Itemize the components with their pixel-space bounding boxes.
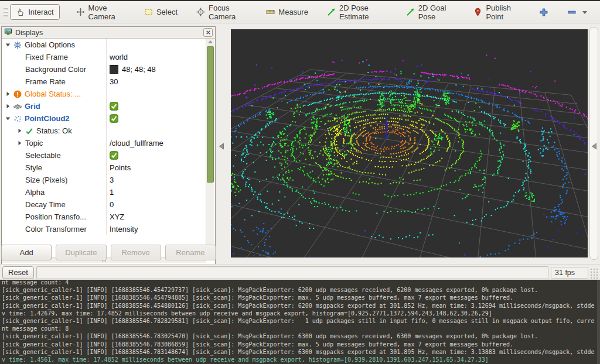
tool-focus-camera-button[interactable]: Focus Camera [190, 0, 253, 25]
expander-open-icon[interactable] [5, 42, 13, 47]
tool-remove-tool-button[interactable] [561, 4, 593, 20]
property-label: Selectable [25, 151, 61, 160]
property-value-cell[interactable]: 48; 48; 48 [106, 63, 206, 75]
tree-row-decay-time[interactable]: Decay Time0 [2, 198, 206, 211]
tree-row-global-status[interactable]: Global Status: ... [2, 88, 206, 100]
expander-open-icon[interactable] [5, 116, 13, 121]
property-value-cell[interactable] [106, 112, 206, 125]
status-message-field [36, 266, 548, 279]
tool-add-tool-button[interactable] [533, 4, 554, 20]
tool-publish-point-button[interactable]: Publish Point [468, 0, 526, 25]
collapse-left-arrow-icon[interactable] [219, 142, 224, 149]
terminal-line: [sick_generic_caller-1] [INFO] [16883855… [0, 302, 600, 310]
toolbar-grip-handle[interactable] [4, 5, 8, 19]
property-value-cell[interactable]: 3 [106, 174, 206, 186]
property-value: 30 [110, 77, 118, 86]
property-value-cell[interactable] [106, 125, 206, 137]
remove-button: Remove [111, 245, 161, 260]
property-value: 48; 48; 48 [122, 65, 156, 74]
tool-label: Move Camera [88, 4, 125, 21]
property-name-cell: Position Transfo... [2, 211, 106, 223]
3d-viewport[interactable] [231, 29, 588, 257]
expander-closed-icon[interactable] [17, 140, 25, 146]
property-value-cell[interactable]: XYZ [106, 211, 206, 223]
tool-2d-goal-pose-button[interactable]: 2D Goal Pose [400, 0, 461, 25]
property-name-cell: Color Transformer [2, 223, 106, 235]
property-value-cell[interactable]: 0 [106, 198, 206, 211]
displays-panel: Displays Global OptionsFixed FrameworldB… [1, 26, 216, 265]
property-label: Global Options [25, 40, 75, 49]
measure-icon [266, 8, 275, 16]
close-icon[interactable] [203, 28, 213, 37]
tree-row-global-options[interactable]: Global Options [2, 39, 206, 51]
property-label: Alpha [25, 188, 45, 197]
add-button[interactable]: Add [1, 245, 52, 260]
terminal-line: [sick_generic_caller-1] [INFO] [16883855… [0, 332, 600, 340]
collapse-right-arrow-icon[interactable] [591, 142, 597, 149]
fps-indicator: 31 fps [551, 267, 588, 279]
displays-panel-header[interactable]: Displays [2, 27, 215, 39]
tree-row-pointcloud2[interactable]: PointCloud2 [2, 112, 206, 125]
tree-row-grid[interactable]: Grid [2, 100, 206, 112]
tree-row-alpha[interactable]: Alpha1 [2, 186, 206, 198]
tree-row-color-transformer[interactable]: Color TransformerIntensity [2, 223, 206, 235]
tool-2d-pose-estimate-button[interactable]: 2D Pose Estimate [321, 0, 393, 25]
property-label: Topic [25, 139, 43, 147]
terminal-lines: nt message count: 4[sick_generic_caller-… [0, 280, 600, 363]
property-value-cell[interactable]: 1 [106, 186, 206, 198]
property-value-cell[interactable] [106, 88, 206, 100]
main-toolbar: InteractMove CameraSelectFocus CameraMea… [0, 0, 600, 23]
property-name-cell: Fixed Frame [2, 51, 106, 63]
check-icon [25, 127, 36, 135]
terminal-line: v time: 1.42679, max time: 17.4852 milli… [0, 310, 600, 317]
chevron-down-icon[interactable] [582, 11, 587, 14]
tool-label: Select [156, 8, 178, 16]
checkbox-checked-icon[interactable] [110, 151, 118, 160]
property-name-cell: Background Color [2, 63, 106, 75]
tool-select-button[interactable]: Select [138, 4, 183, 20]
scrollbar-thumb[interactable] [207, 46, 214, 183]
expander-closed-icon[interactable] [17, 128, 25, 133]
tool-interact-button[interactable]: Interact [10, 4, 59, 20]
property-value-cell[interactable] [106, 100, 206, 112]
pointcloud-icon [13, 115, 25, 123]
property-value-cell[interactable]: Intensity [106, 223, 206, 235]
property-label: Size (Pixels) [25, 176, 67, 184]
scroll-up-arrow-icon[interactable] [206, 39, 214, 45]
property-value-cell[interactable] [106, 149, 206, 162]
checkbox-checked-icon[interactable] [110, 114, 118, 123]
tree-row-position-transfo[interactable]: Position Transfo...XYZ [2, 211, 206, 223]
tree-row-fixed-frame[interactable]: Fixed Frameworld [2, 51, 206, 63]
property-value-cell[interactable]: /cloud_fullframe [106, 137, 206, 149]
checkbox-checked-icon[interactable] [110, 102, 118, 111]
property-value-cell[interactable] [106, 39, 206, 51]
terminal-output[interactable]: nt message count: 4[sick_generic_caller-… [0, 280, 600, 364]
property-value-cell[interactable]: world [106, 51, 206, 63]
property-value-cell[interactable]: 30 [106, 75, 206, 88]
property-name-cell: Alpha [2, 186, 106, 198]
reset-button[interactable]: Reset [2, 266, 34, 279]
property-label: Fixed Frame [25, 53, 68, 61]
terminal-scrollbar[interactable] [597, 280, 600, 364]
terminal-line: [sick_generic_caller-1] [INFO] [16883855… [0, 317, 600, 325]
property-value: Points [110, 163, 131, 172]
property-value: /cloud_fullframe [110, 139, 163, 147]
tree-row-size-pixels[interactable]: Size (Pixels)3 [2, 174, 206, 186]
tree-row-topic[interactable]: Topic/cloud_fullframe [2, 137, 206, 149]
tree-row-background-color[interactable]: Background Color48; 48; 48 [2, 63, 206, 75]
tree-row-status-ok[interactable]: Status: Ok [2, 125, 206, 137]
window-resize-grip[interactable] [589, 267, 599, 280]
publish-point-icon [473, 8, 482, 16]
tree-row-selectable[interactable]: Selectable [2, 149, 206, 162]
property-value-cell[interactable]: Points [106, 162, 206, 174]
tool-move-camera-button[interactable]: Move Camera [70, 0, 131, 25]
panel-vertical-scrollbar[interactable] [206, 39, 214, 257]
expander-closed-icon[interactable] [5, 104, 13, 109]
expander-closed-icon[interactable] [5, 91, 13, 97]
tree-row-frame-rate[interactable]: Frame Rate30 [2, 75, 206, 88]
color-swatch [110, 65, 118, 74]
tool-measure-button[interactable]: Measure [260, 4, 314, 20]
property-name-cell: Frame Rate [2, 75, 106, 88]
terminal-line: [sick_generic_caller-1] [INFO] [16883855… [0, 341, 600, 348]
tree-row-style[interactable]: StylePoints [2, 162, 206, 174]
